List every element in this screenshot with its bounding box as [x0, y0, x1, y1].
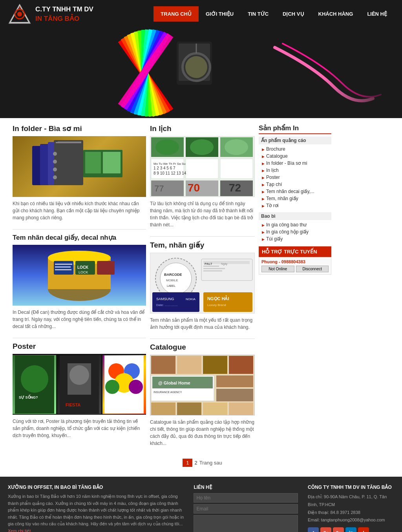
social-plus[interactable]: +: [358, 527, 369, 532]
support-info: Phuong - 0988804383 Not Online Disconnec…: [259, 257, 331, 275]
footer-top: XƯỞNG IN OFFSET, IN BAO BÌ TĂNG BẢO Xưởn…: [0, 477, 402, 532]
svg-point-71: [225, 139, 248, 155]
social-icons-row: f G+ G+ in +: [308, 527, 394, 532]
page-2[interactable]: 2: [194, 460, 197, 466]
sidebar-link-folder[interactable]: ▶In folder - Bìa sơ mi: [259, 160, 331, 167]
folder-title: In folder - Bìa sơ mi: [13, 124, 146, 133]
sidebar-link-magazine[interactable]: ▶Tạp chí: [259, 181, 331, 188]
arrow-icon-4: ▶: [262, 169, 265, 173]
nav-item-home[interactable]: TRANG CHỦ: [153, 6, 199, 22]
nav-item-services[interactable]: DỊCH VỤ: [276, 6, 311, 22]
poster-desc: Cùng với tờ rơi, Poster là phương tiện t…: [13, 418, 146, 439]
product-folder: In folder - Bìa sơ mi: [13, 124, 146, 221]
sidebar-link-flyer[interactable]: ▶Tờ rơi: [259, 202, 331, 209]
sidebar-cat-title-1: Ấn phẩm quảng cáo: [259, 137, 331, 144]
product-decal: Tem nhãn decal giấy, decal nhựa LOCK: [13, 233, 146, 330]
nav-item-clients[interactable]: KHÁCH HÀNG: [311, 6, 360, 22]
svg-rect-116: [229, 403, 253, 415]
page-1[interactable]: 1: [183, 459, 192, 467]
arrow-icon-12: ▶: [262, 237, 265, 241]
svg-rect-44: [54, 261, 73, 275]
decal-image: LOCK LOCK: [13, 245, 146, 306]
left-column: In folder - Bìa sơ mi: [13, 124, 146, 471]
social-google1[interactable]: G+: [320, 527, 331, 532]
social-linkedin[interactable]: in: [345, 527, 356, 532]
divider4: [150, 339, 255, 339]
svg-point-38: [53, 160, 57, 164]
product-label: Tem, nhãn giấy BARCODE MOBILE LABEL PALT…: [150, 240, 255, 331]
page-next[interactable]: Trang sau: [199, 460, 222, 466]
svg-rect-108: [229, 356, 253, 374]
calendar-title: In lịch: [150, 124, 255, 133]
sidebar-title: Sản phẩm In: [259, 124, 331, 134]
nav-item-news[interactable]: TIN TỨC: [241, 6, 276, 22]
catalogue-image: @ Global Home INSURANCE AGENCY: [150, 355, 255, 415]
footer-address: Địa chỉ: 90-90A Năm Châu, P. 11, Q. Tân …: [308, 493, 394, 524]
svg-rect-46: [97, 261, 115, 275]
svg-text:70: 70: [188, 182, 200, 194]
divider3: [150, 236, 255, 237]
svg-text:1  2  3  4  5  6  7: 1 2 3 4 5 6 7: [153, 166, 175, 170]
svg-text:@ Global Home: @ Global Home: [158, 381, 190, 385]
contact-email-input[interactable]: [194, 504, 298, 514]
svg-text:Mo Tu We Th Fr Sa Su: Mo Tu We Th Fr Sa Su: [153, 162, 186, 166]
contact-message-input[interactable]: [194, 515, 298, 532]
nav-item-contact[interactable]: LIÊN HỆ: [360, 6, 394, 22]
svg-text:LOCK: LOCK: [79, 270, 88, 274]
svg-point-63: [105, 380, 119, 394]
arrow-icon-2: ▶: [262, 155, 265, 159]
svg-rect-101: [203, 292, 252, 312]
svg-rect-48: [55, 266, 71, 268]
arrow-icon-6: ▶: [262, 183, 265, 187]
support-box: HỖ TRỢ TRỰC TUYẾN: [259, 246, 331, 257]
sidebar-link-poster[interactable]: ▶Poster: [259, 174, 331, 181]
svg-point-69: [155, 139, 179, 155]
svg-text:NGỌC HẢI: NGỌC HẢI: [207, 295, 229, 301]
online-status-btn[interactable]: Not Online: [261, 266, 294, 272]
sidebar-link-calendar[interactable]: ▶In lịch: [259, 167, 331, 174]
product-poster: Poster SỰ SỐNG? FIESTA: [13, 342, 146, 439]
online-buttons: Not Online Disconnect: [261, 266, 329, 272]
footer: XƯỞNG IN OFFSET, IN BAO BÌ TĂNG BẢO Xưởn…: [0, 477, 402, 532]
calendar-desc: Từ lâu lịch không chỉ là dụng cụ để tính…: [150, 200, 255, 228]
label-title: Tem, nhãn giấy: [150, 240, 255, 250]
svg-rect-95: [203, 268, 225, 269]
banner: [0, 28, 402, 118]
disconnect-btn[interactable]: Disconnect: [296, 266, 329, 272]
sidebar-link-box[interactable]: ▶In gia công hộp giấy: [259, 228, 331, 235]
right-sidebar: Sản phẩm In Ấn phẩm quảng cáo ▶Brochure …: [259, 124, 331, 471]
sidebar-link-decal[interactable]: ▶Tem nhãn decai giấy,...: [259, 188, 331, 195]
svg-rect-114: [177, 403, 201, 415]
header: C.TY TNHH TM DV IN TĂNG BẢO TRANG CHỦ GI…: [0, 0, 402, 28]
decal-title: Tem nhãn decal giấy, decal nhựa: [13, 233, 146, 242]
svg-point-57: [69, 365, 89, 385]
svg-point-53: [21, 365, 48, 393]
svg-rect-26: [0, 28, 79, 118]
decal-desc: In Decal (Đề can) thường được dùng để cắ…: [13, 309, 146, 330]
svg-point-39: [53, 168, 57, 171]
sidebar-link-brochure[interactable]: ▶Brochure: [259, 146, 331, 153]
nav-item-about[interactable]: GIỚI THIỆU: [199, 6, 241, 22]
svg-text:PALT: PALT: [205, 262, 212, 266]
arrow-icon-3: ▶: [262, 162, 265, 166]
sidebar-link-bag[interactable]: ▶Túi giấy: [259, 235, 331, 242]
logo-area: C.TY TNHH TM DV IN TĂNG BẢO: [8, 3, 93, 25]
footer-text-1: Xưởng in bao bì Tăng Bảo với hơn 10 năm …: [8, 493, 184, 528]
svg-point-64: [129, 380, 143, 394]
footer-readmore[interactable]: Xem chi tiết: [8, 528, 31, 532]
poster-title: Poster: [13, 342, 146, 351]
social-facebook[interactable]: f: [308, 527, 319, 532]
sidebar-link-label[interactable]: ▶Tem, nhãn giấy: [259, 195, 331, 202]
label-desc: Tem nhãn sản phẩm là một yếu tố rất quan…: [150, 317, 255, 331]
catalogue-desc: Catalogue là sản phẩm quảng cáo tập hợp …: [150, 419, 255, 447]
sidebar-link-catalogue[interactable]: ▶Catalogue: [259, 153, 331, 160]
svg-point-40: [53, 175, 57, 179]
svg-text:SAMSUNG: SAMSUNG: [156, 297, 174, 301]
svg-rect-73: [186, 159, 218, 179]
sidebar-link-envelope[interactable]: ▶In gia công bao thư: [259, 221, 331, 228]
social-google2[interactable]: G+: [333, 527, 344, 532]
contact-name-input[interactable]: [194, 493, 298, 503]
svg-rect-117: [216, 375, 253, 387]
svg-rect-74: [220, 159, 253, 179]
arrow-icon-10: ▶: [262, 223, 265, 227]
